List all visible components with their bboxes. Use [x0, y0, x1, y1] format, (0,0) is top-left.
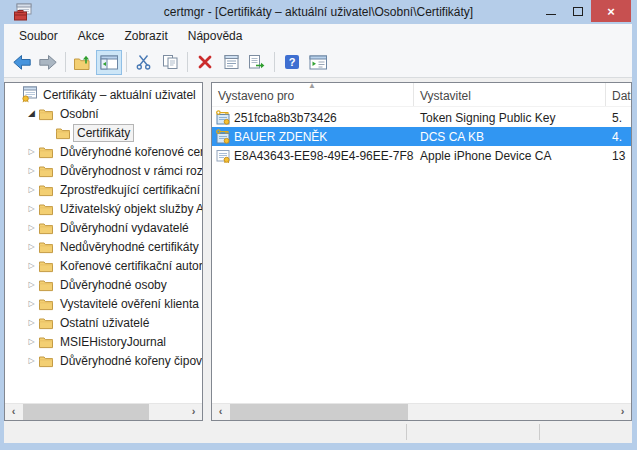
certificate-icon — [215, 148, 231, 164]
expand-icon[interactable]: ▷ — [25, 275, 38, 294]
folder-icon — [38, 335, 56, 349]
tree-item-neduveryhodne-certifikaty[interactable]: ▷Nedůvěryhodné certifikáty — [5, 237, 202, 256]
menu-item-zobrazit[interactable]: Zobrazit — [114, 26, 177, 46]
up-one-level-button[interactable] — [70, 50, 96, 75]
folder-icon — [38, 164, 56, 178]
folder-icon — [38, 316, 56, 330]
expand-icon[interactable]: ▷ — [25, 218, 38, 237]
tree-item-label: Nedůvěryhodné certifikáty — [56, 238, 202, 256]
action-pane-icon — [309, 55, 328, 70]
tree-item-certifikaty[interactable]: Certifikáty — [5, 123, 202, 142]
back-button[interactable] — [9, 50, 35, 75]
folder-icon — [38, 202, 56, 216]
expand-icon[interactable]: ▷ — [25, 313, 38, 332]
expand-icon[interactable]: ▷ — [25, 161, 38, 180]
scroll-left-icon[interactable]: ‹ — [5, 404, 22, 420]
expand-icon[interactable]: ▷ — [25, 237, 38, 256]
toolbar: ? — [4, 47, 632, 78]
tree-item-ostatni-uzivatele[interactable]: ▷Ostatní uživatelé — [5, 313, 202, 332]
tree-item-uzivatelsky-objekt-sluzby-active-directory[interactable]: ▷Uživatelský objekt služby Active Direct… — [5, 199, 202, 218]
close-button[interactable]: × — [591, 0, 631, 22]
collapse-icon[interactable]: ◢ — [25, 104, 38, 123]
properties-icon — [223, 54, 240, 70]
status-separator — [539, 424, 540, 440]
tree-item-duveryhodne-korenove-certifikacni-autority[interactable]: ▷Důvěryhodné kořenové certifikační autor… — [5, 142, 202, 161]
help-button[interactable]: ? — [279, 50, 305, 75]
title-bar[interactable]: certmgr - [Certifikáty – aktuální uživat… — [0, 0, 637, 24]
up-one-level-icon — [73, 54, 93, 71]
help-icon: ? — [284, 54, 300, 70]
tree-item-korenove-certifikacni-autority[interactable]: ▷Kořenové certifikační autority — [5, 256, 202, 275]
delete-icon — [197, 54, 213, 70]
toolbar-separator — [274, 52, 275, 72]
expand-icon[interactable]: ▷ — [25, 180, 38, 199]
console-tree-button[interactable] — [96, 50, 122, 75]
tree-item-label: Důvěryhodní vydavatelé — [56, 219, 193, 237]
issuer-value: Token Signing Public Key — [414, 111, 606, 125]
expand-icon[interactable]: ▷ — [25, 199, 38, 218]
expiry-value: 4. — [606, 130, 631, 144]
menu-item-napoveda[interactable]: Nápověda — [178, 26, 253, 46]
menu-item-soubor[interactable]: Soubor — [9, 26, 68, 46]
forward-button[interactable] — [35, 50, 61, 75]
scroll-right-icon[interactable]: › — [185, 404, 202, 420]
certmgr-window: certmgr - [Certifikáty – aktuální uživat… — [0, 0, 637, 450]
cut-button[interactable] — [131, 50, 157, 75]
tree-item-duveryhodne-osoby[interactable]: ▷Důvěryhodné osoby — [5, 275, 202, 294]
column-header-label: Datum ukončení platnosti — [612, 89, 632, 103]
certificate-row-251fcba8b3b73426[interactable]: 251fcba8b3b73426Token Signing Public Key… — [212, 108, 631, 127]
maximize-button[interactable] — [564, 0, 591, 22]
minimize-button[interactable] — [537, 0, 564, 22]
back-icon — [12, 54, 32, 71]
status-bar — [4, 421, 632, 443]
export-list-button[interactable] — [244, 50, 270, 75]
tree-item-duveryhodni-vydavatele[interactable]: ▷Důvěryhodní vydavatelé — [5, 218, 202, 237]
tree-horizontal-scrollbar[interactable]: ‹ › — [5, 403, 202, 420]
certificates-console-icon — [21, 86, 39, 103]
tree-item-label: Ostatní uživatelé — [56, 314, 153, 332]
tree-scrollbar-thumb[interactable] — [23, 404, 149, 420]
certificate-row-bauer-zdenek[interactable]: BAUER ZDENĚKDCS CA KB4. — [212, 127, 631, 146]
tree-item-zprostredkujici-certifikacni-autority[interactable]: ▷Zprostředkující certifikační autority — [5, 180, 202, 199]
menu-item-akce[interactable]: Akce — [68, 26, 115, 46]
tree-item-label: Certifikáty – aktuální uživatel — [39, 86, 200, 104]
tree-item-certifikaty-aktualni-uzivatel[interactable]: Certifikáty – aktuální uživatel — [5, 85, 202, 104]
delete-button[interactable] — [192, 50, 218, 75]
action-pane-button[interactable] — [305, 50, 331, 75]
folder-icon — [38, 240, 56, 254]
expand-icon[interactable]: ▷ — [25, 351, 38, 370]
tree-item-label: Zprostředkující certifikační autority — [56, 181, 202, 199]
column-header-vystavitel[interactable]: Vystavitel — [414, 83, 606, 106]
list-horizontal-scrollbar[interactable]: ‹ › — [212, 403, 631, 420]
folder-icon — [38, 183, 56, 197]
column-header-vystaveno-pro[interactable]: Vystaveno pro▲ — [212, 83, 414, 106]
tree-item-label: Uživatelský objekt služby Active Directo… — [56, 200, 202, 218]
cut-icon — [136, 54, 152, 70]
expand-icon[interactable]: ▷ — [25, 294, 38, 313]
certmgr-app-icon — [13, 3, 33, 22]
folder-icon — [38, 221, 56, 235]
column-header-datum-ukonceni-platnosti[interactable]: Datum ukončení platnosti — [606, 83, 632, 106]
copy-button[interactable] — [157, 50, 183, 75]
certificate-with-key-icon — [215, 129, 231, 145]
toolbar-separator — [126, 52, 127, 72]
tree-item-duveryhodnost-v-ramci-rozlehle-site[interactable]: ▷Důvěryhodnost v rámci rozlehlé sítě — [5, 161, 202, 180]
menu-bar: SouborAkceZobrazitNápověda — [4, 24, 632, 47]
list-rows: 251fcba8b3b73426Token Signing Public Key… — [212, 108, 631, 403]
expiry-value: 13 — [606, 149, 631, 163]
tree-item-duveryhodne-koreny-cipovych-karet[interactable]: ▷Důvěryhodné kořeny čipových karet — [5, 351, 202, 370]
scroll-left-icon[interactable]: ‹ — [212, 404, 229, 420]
certificate-row-e8a43643-ee98-49e4-96ee-7f83[interactable]: E8A43643-EE98-49E4-96EE-7F83...Apple iPh… — [212, 146, 631, 165]
expand-icon[interactable]: ▷ — [25, 332, 38, 351]
tree-item-osobni[interactable]: ◢Osobní — [5, 104, 202, 123]
tree-item-msiehistoryjournal[interactable]: ▷MSIEHistoryJournal — [5, 332, 202, 351]
issuer-value: Apple iPhone Device CA — [414, 149, 606, 163]
folder-icon — [55, 126, 73, 140]
expand-icon[interactable]: ▷ — [25, 142, 38, 161]
properties-button[interactable] — [218, 50, 244, 75]
tree-item-vystavitele-overeni-klienta[interactable]: ▷Vystavitelé ověření klienta — [5, 294, 202, 313]
scroll-right-icon[interactable]: › — [614, 404, 631, 420]
list-scrollbar-thumb[interactable] — [230, 404, 408, 420]
expand-icon[interactable]: ▷ — [25, 256, 38, 275]
tree-item-label: Důvěryhodnost v rámci rozlehlé sítě — [56, 162, 202, 180]
